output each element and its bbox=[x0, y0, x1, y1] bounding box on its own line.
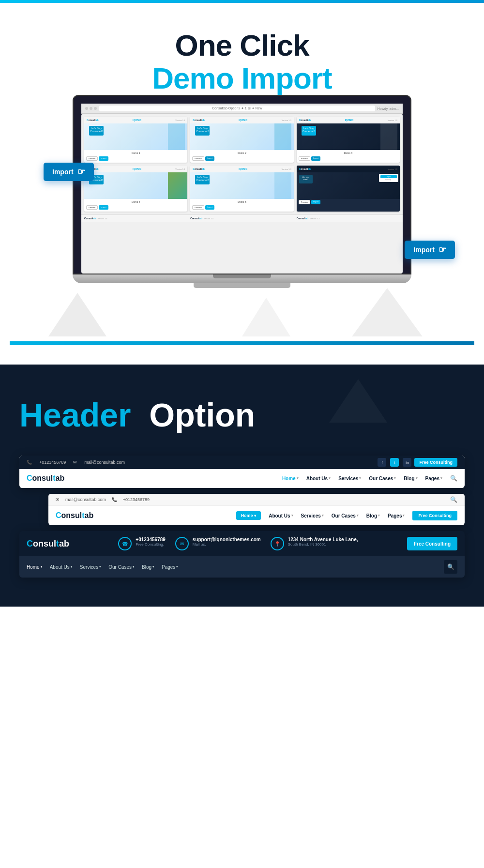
instagram-icon[interactable]: in bbox=[403, 458, 411, 467]
import-button-right[interactable]: Import ☞ bbox=[405, 241, 455, 259]
preview-btn-2[interactable]: Preview bbox=[192, 156, 204, 161]
demo-card-5: Consultab IQONIC Version 1.0 Let's Stay … bbox=[190, 166, 293, 212]
demo-label-3: Demo 3 bbox=[297, 150, 400, 155]
url-bar: Consultab Options ✦ 1 ⊞ ✦ New bbox=[99, 106, 375, 111]
nav-arrow-home-1: ▾ bbox=[297, 476, 299, 480]
nav-cases-3[interactable]: Our Cases ▾ bbox=[108, 564, 135, 570]
decorative-triangles bbox=[10, 288, 474, 336]
nav-home-1[interactable]: Home ▾ bbox=[282, 476, 299, 481]
preview-btn-5[interactable]: Preview bbox=[192, 205, 204, 210]
nav-blog-1[interactable]: Blog ▾ bbox=[404, 476, 417, 481]
topbar-phone: +0123456789 bbox=[39, 460, 66, 465]
nav-arrow-blog-3: ▾ bbox=[152, 565, 154, 569]
demo-grid-container: Consultab IQONIC Version 1.0 Let's Stay … bbox=[81, 114, 403, 274]
preview-btn-6[interactable]: Preview bbox=[299, 200, 310, 204]
blue-accent-bar bbox=[10, 341, 474, 345]
nav-arrow-services-2: ▾ bbox=[322, 514, 324, 518]
demo-label-4: Demo 4 bbox=[84, 199, 187, 204]
import-btn-6[interactable]: Import bbox=[311, 200, 320, 204]
search-box-3[interactable]: 🔍 bbox=[444, 560, 457, 574]
topbar-email-icon-2: ✉ bbox=[56, 497, 60, 502]
info-email: ✉ support@iqnonicthemes.com Mail us. bbox=[175, 537, 261, 550]
browser-actions: Howdy, adm... bbox=[378, 107, 399, 110]
nav-home-2[interactable]: Home ▾ bbox=[236, 511, 261, 520]
email-address: support@iqnonicthemes.com bbox=[193, 537, 261, 542]
nav-pages-2[interactable]: Pages ▾ bbox=[388, 513, 405, 518]
topbar-phone-2: +0123456789 bbox=[123, 497, 150, 502]
import-btn-4[interactable]: Import bbox=[99, 205, 108, 210]
header-option-title: Header Option bbox=[19, 398, 465, 431]
triangle-mid bbox=[242, 298, 290, 336]
email-icon-circle: ✉ bbox=[175, 537, 189, 550]
import-btn-1[interactable]: Import bbox=[99, 156, 108, 161]
email-text-block: support@iqnonicthemes.com Mail us. bbox=[193, 537, 261, 547]
demo-logo-iqonic-5: IQONIC bbox=[239, 168, 247, 170]
nav-items-dark-3: Home ▾ About Us ▾ Services ▾ Our Cases ▾ bbox=[27, 564, 178, 570]
twitter-icon[interactable]: t bbox=[390, 458, 399, 467]
demo-bottom-row: Consultab Version 1.3 Consultab Version … bbox=[81, 214, 403, 222]
demo-card-header-6: Consultab Version 1.0 bbox=[297, 166, 400, 172]
nav-arrow-pages-1: ▾ bbox=[440, 476, 442, 480]
topbar-contacts-2: ✉ mail@consultab.com 📞 +0123456789 bbox=[56, 497, 150, 502]
free-consulting-btn-3[interactable]: Free Consulting bbox=[407, 537, 457, 550]
demo-version-6: Version 1.0 bbox=[388, 168, 397, 170]
demo-title-line1: One Click bbox=[10, 29, 474, 62]
laptop-screen-wrapper: Consultab Options ✦ 1 ⊞ ✦ New Howdy, adm… bbox=[73, 95, 411, 274]
demo-thumb-1: Consultab Version 1.3 bbox=[84, 217, 187, 220]
demo-logo-2: Consultab bbox=[193, 119, 204, 122]
nav-blog-3[interactable]: Blog ▾ bbox=[142, 564, 154, 570]
preview-btn-3[interactable]: Preview bbox=[299, 156, 310, 161]
import-btn-2[interactable]: Import bbox=[205, 156, 214, 161]
header-nav-1: Consultab Home ▾ About Us ▾ Services ▾ bbox=[19, 469, 465, 488]
facebook-icon[interactable]: f bbox=[378, 458, 386, 467]
free-consulting-btn-1[interactable]: Free Consulting bbox=[414, 458, 457, 467]
nav-pages-3[interactable]: Pages ▾ bbox=[162, 564, 178, 570]
demo-version-5: Version 1.0 bbox=[282, 168, 291, 170]
nav-about-1[interactable]: About Us ▾ bbox=[306, 476, 331, 481]
demo-image-1: Let's Stay Connected! bbox=[84, 123, 187, 150]
social-icons-1: f t in bbox=[378, 458, 411, 467]
nav-arrow-cases-3: ▾ bbox=[133, 565, 135, 569]
nav-cases-1[interactable]: Our Cases ▾ bbox=[369, 476, 396, 481]
demo-card-3: Consultab IQONIC Version 1.0 Let's Stay … bbox=[297, 117, 400, 163]
topbar-email-2: mail@consultab.com bbox=[65, 497, 106, 502]
demo-label-2: Demo 2 bbox=[190, 150, 293, 155]
demo-logo-6: Consultab bbox=[299, 168, 311, 170]
nav-services-3[interactable]: Services ▾ bbox=[80, 564, 101, 570]
demo-card-header-5: Consultab IQONIC Version 1.0 bbox=[190, 166, 293, 172]
free-consulting-btn-2[interactable]: Free Consulting bbox=[412, 511, 457, 520]
demo-card-header-1: Consultab IQONIC Version 1.0 bbox=[84, 117, 187, 123]
consultab-logo-3: Consultab bbox=[27, 539, 69, 549]
import-btn-5[interactable]: Import bbox=[205, 205, 214, 210]
demo-label-5: Demo 5 bbox=[190, 199, 293, 204]
demo-logo-3: Consultab bbox=[299, 119, 311, 122]
search-icon-2[interactable]: 🔍 bbox=[450, 496, 457, 503]
nav-cases-2[interactable]: Our Cases ▾ bbox=[332, 513, 359, 518]
demo-actions-5: Preview Import bbox=[190, 204, 293, 212]
nav-home-3[interactable]: Home ▾ bbox=[27, 564, 43, 570]
demo-image-2: Let's Stay Connected! bbox=[190, 123, 293, 150]
dot1 bbox=[85, 107, 88, 110]
nav-services-2[interactable]: Services ▾ bbox=[301, 513, 324, 518]
nav-about-2[interactable]: About Us ▾ bbox=[269, 513, 293, 518]
demo-card-6: Consultab Version 1.0 Are you sure? Impo… bbox=[297, 166, 400, 212]
nav-pages-1[interactable]: Pages ▾ bbox=[425, 476, 442, 481]
preview-btn-1[interactable]: Preview bbox=[86, 156, 98, 161]
nav-services-1[interactable]: Services ▾ bbox=[338, 476, 361, 481]
nav-blog-2[interactable]: Blog ▾ bbox=[366, 513, 380, 518]
header-nav-3: Home ▾ About Us ▾ Services ▾ Our Cases ▾ bbox=[19, 556, 465, 578]
import-button-left[interactable]: Import ☞ bbox=[44, 163, 94, 181]
search-icon-1[interactable]: 🔍 bbox=[450, 475, 457, 482]
preview-btn-4[interactable]: Preview bbox=[86, 205, 98, 210]
nav-items-1: Home ▾ About Us ▾ Services ▾ Our Cases ▾ bbox=[282, 475, 457, 482]
info-phone: ☎ +0123456789 Free Consulting. bbox=[118, 537, 165, 550]
header-style-3: Consultab ☎ +0123456789 Free Consulting. bbox=[19, 531, 465, 578]
topbar-contacts: 📞 +0123456789 ✉ mail@consultab.com bbox=[27, 460, 125, 465]
nav-arrow-about-1: ▾ bbox=[329, 476, 331, 480]
topbar-phone-icon: 📞 bbox=[27, 460, 32, 465]
nav-arrow-pages-3: ▾ bbox=[176, 565, 178, 569]
demo-thumb-2: Consultab Version 1.3 bbox=[190, 217, 293, 220]
nav-about-3[interactable]: About Us ▾ bbox=[50, 564, 73, 570]
import-btn-3[interactable]: Import bbox=[311, 156, 320, 161]
dot2 bbox=[90, 107, 92, 110]
